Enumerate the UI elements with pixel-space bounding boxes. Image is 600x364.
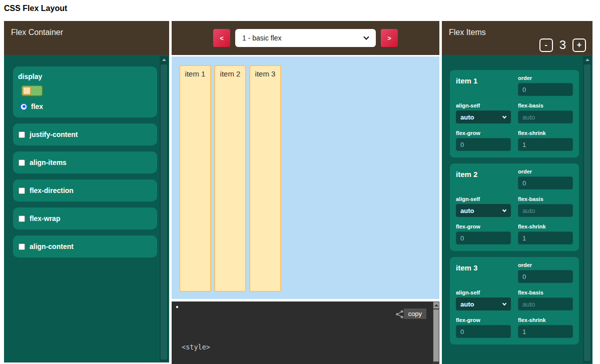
align-self-select[interactable]: auto [456,298,511,310]
share-icon[interactable] [395,310,404,319]
order-field: order [518,262,573,284]
order-field: order [518,75,573,98]
align-self-label: align-self [456,196,511,202]
flex-grow-field: flex-grow [456,317,511,340]
flex-wrap-label: flex-wrap [30,214,60,222]
flex-grow-field: flex-grow [456,130,511,152]
code-block: copy <style> .flex-container { display: … [172,302,439,364]
flex-items-scrollbar [583,56,591,363]
justify-content-label: justify-content [30,130,78,138]
align-self-value: auto [460,114,474,121]
display-toggle[interactable] [21,85,43,96]
scroll-up-arrow[interactable] [162,58,166,61]
flex-basis-field: flex-basis [518,102,573,125]
flex-container-panel: Flex Container display flex justify-cont… [4,21,169,362]
property-card-justify-content: justify-content [13,124,157,146]
scroll-up-arrow[interactable] [585,58,589,61]
preview-column: < 1 - basic flex > item 1 item 2 item 3 … [172,21,439,364]
order-label: order [518,168,573,174]
code-scroll-up-button[interactable] [433,302,439,308]
order-input[interactable] [518,270,573,283]
display-card: display flex [13,66,157,118]
align-content-label: align-content [30,242,74,250]
flex-preview-area: item 1 item 2 item 3 [172,56,439,299]
align-self-field: align-self auto [456,102,511,125]
flex-grow-input[interactable] [456,232,511,244]
flex-grow-input[interactable] [456,138,511,151]
item-count: 3 [559,38,566,52]
preview-item-2: item 2 [214,65,246,292]
scrollbar-thumb[interactable] [161,64,167,360]
prev-example-button[interactable]: < [213,29,230,47]
justify-content-checkbox[interactable] [19,132,25,138]
scroll-up-arrow [434,304,438,306]
align-items-label: align-items [30,158,67,166]
flex-radio[interactable] [20,103,28,110]
property-card-align-content: align-content [13,236,157,258]
code-text: <style> .flex-container { display: flex; [182,324,259,364]
item-card-title: item 1 [456,75,511,98]
flex-grow-field: flex-grow [456,224,511,246]
align-self-label: align-self [456,290,511,296]
flex-container-panel-title: Flex Container [11,28,63,36]
align-self-select[interactable]: auto [456,204,511,217]
align-content-checkbox[interactable] [19,244,25,250]
flex-shrink-label: flex-shrink [518,224,573,230]
item-counter: - 3 + [539,38,586,52]
increase-items-button[interactable]: + [572,38,586,52]
item-card-2: item 2 order align-self auto flex-basis [450,164,579,251]
flex-shrink-input[interactable] [518,138,573,151]
order-field: order [518,168,573,191]
flex-shrink-field: flex-shrink [518,130,573,152]
item-card-title: item 2 [456,168,511,191]
example-select[interactable]: 1 - basic flex [235,29,376,47]
display-toggle-knob [23,86,31,95]
text-cursor [176,306,178,308]
display-label: display [18,72,152,80]
next-example-button[interactable]: > [381,29,398,47]
scrollbar-thumb[interactable] [584,64,590,361]
order-input[interactable] [518,176,573,190]
align-self-field: align-self auto [456,290,511,312]
align-self-value: auto [460,207,474,214]
preview-item-3: item 3 [249,65,281,292]
code-scrollbar [433,302,439,364]
order-label: order [518,75,573,81]
code-line: <style> [182,342,259,352]
example-nav-bar: < 1 - basic flex > [172,21,439,55]
flex-container-panel-body: display flex justify-content align-items [4,55,169,362]
flex-shrink-field: flex-shrink [518,224,573,246]
flex-direction-checkbox[interactable] [19,188,25,194]
item-card-1: item 1 order align-self auto flex-basis [450,70,579,158]
flex-shrink-input[interactable] [518,325,573,338]
order-label: order [518,262,573,268]
flex-items-panel: Flex Items - 3 + item 1 order align-self… [442,21,592,364]
flex-basis-input[interactable] [518,110,573,124]
property-card-flex-wrap: flex-wrap [13,208,157,230]
flex-shrink-input[interactable] [518,232,573,244]
flex-basis-input[interactable] [518,204,573,217]
order-input[interactable] [518,83,573,96]
flex-basis-label: flex-basis [518,102,573,108]
flex-radio-label: flex [31,102,43,110]
flex-shrink-field: flex-shrink [518,317,573,340]
example-select-value: 1 - basic flex [242,34,282,42]
copy-button[interactable]: copy [404,308,426,319]
code-scrollbar-thumb[interactable] [433,310,439,362]
page: CSS Flex Layout Flex Container display f… [0,0,600,364]
flex-grow-label: flex-grow [456,317,511,323]
decrease-items-button[interactable]: - [539,38,553,52]
flex-container-panel-header: Flex Container [4,21,169,55]
flex-items-panel-header: Flex Items - 3 + [442,21,592,55]
chevron-down-icon [502,114,506,118]
item-card-3: item 3 order align-self auto flex-basis [450,257,579,344]
flex-basis-label: flex-basis [518,196,573,202]
align-self-label: align-self [456,102,511,108]
flex-wrap-checkbox[interactable] [19,216,25,222]
flex-grow-input[interactable] [456,325,511,338]
flex-basis-input[interactable] [518,298,573,310]
align-self-select[interactable]: auto [456,110,511,124]
display-radio-row: flex [20,102,152,110]
preview-item-1: item 1 [179,65,211,292]
align-items-checkbox[interactable] [19,160,25,166]
